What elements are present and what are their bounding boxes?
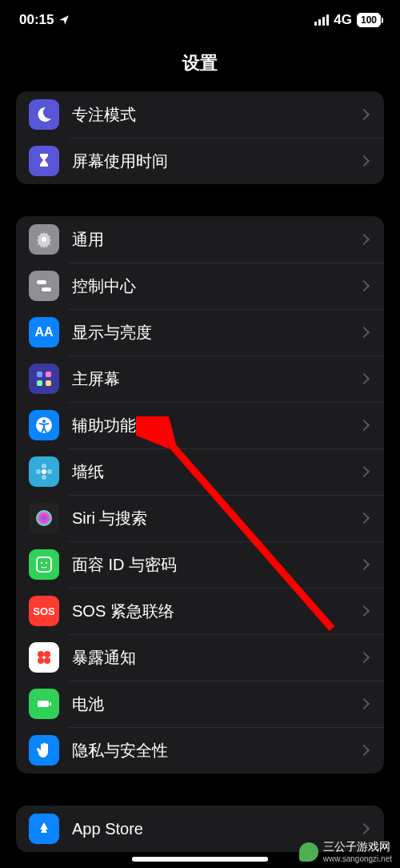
moon-icon bbox=[29, 99, 59, 130]
settings-row-screentime[interactable]: 屏幕使用时间 bbox=[16, 138, 384, 184]
settings-row-focus[interactable]: 专注模式 bbox=[16, 91, 384, 138]
svg-point-8 bbox=[42, 420, 46, 423]
chevron-right-icon bbox=[358, 109, 370, 120]
svg-point-11 bbox=[42, 475, 46, 480]
accessibility-icon bbox=[29, 410, 59, 440]
svg-point-20 bbox=[38, 657, 44, 664]
row-label: 控制中心 bbox=[72, 275, 360, 297]
battery-icon: 100 bbox=[357, 13, 381, 27]
network-label: 4G bbox=[334, 12, 352, 28]
chevron-right-icon bbox=[358, 420, 370, 431]
chevron-right-icon bbox=[358, 559, 370, 570]
aa-icon: AA bbox=[29, 317, 59, 348]
row-label: Siri 与搜索 bbox=[72, 508, 360, 529]
row-label: 专注模式 bbox=[72, 104, 360, 126]
status-bar: 00:15 4G 100 bbox=[0, 0, 400, 40]
svg-point-16 bbox=[41, 562, 42, 564]
row-label: SOS 紧急联络 bbox=[72, 601, 360, 622]
chevron-right-icon bbox=[358, 234, 370, 245]
page-title: 设置 bbox=[0, 40, 400, 91]
status-left: 00:15 bbox=[19, 12, 70, 28]
chevron-right-icon bbox=[358, 280, 370, 291]
chevron-right-icon bbox=[358, 698, 370, 709]
watermark: 三公子游戏网 www.sangongzi.net bbox=[299, 840, 392, 863]
row-label: 电池 bbox=[72, 693, 360, 715]
appstore-icon bbox=[29, 814, 59, 844]
settings-row-accessibility[interactable]: 辅助功能 bbox=[16, 402, 384, 448]
settings-row-siri[interactable]: Siri 与搜索 bbox=[16, 495, 384, 541]
settings-row-sos[interactable]: SOSSOS 紧急联络 bbox=[16, 588, 384, 634]
status-right: 4G 100 bbox=[314, 12, 381, 28]
battery-icon bbox=[29, 689, 59, 719]
location-icon bbox=[58, 14, 70, 26]
svg-rect-1 bbox=[37, 280, 46, 284]
svg-rect-2 bbox=[42, 287, 51, 291]
row-label: 隐私与安全性 bbox=[72, 740, 360, 762]
settings-row-display[interactable]: AA显示与亮度 bbox=[16, 309, 384, 356]
home-indicator bbox=[132, 857, 268, 862]
svg-rect-5 bbox=[37, 380, 42, 386]
svg-point-21 bbox=[44, 657, 50, 664]
svg-point-10 bbox=[42, 464, 46, 468]
chevron-right-icon bbox=[358, 512, 370, 524]
row-label: 屏幕使用时间 bbox=[72, 151, 360, 172]
gear-icon bbox=[29, 224, 59, 255]
row-label: 墙纸 bbox=[72, 461, 360, 483]
watermark-icon bbox=[299, 842, 318, 862]
svg-point-9 bbox=[42, 469, 46, 474]
row-label: 通用 bbox=[72, 229, 360, 251]
svg-point-19 bbox=[44, 651, 50, 657]
chevron-right-icon bbox=[358, 466, 370, 477]
watermark-text: 三公子游戏网 bbox=[323, 840, 390, 853]
chevron-right-icon bbox=[358, 823, 370, 834]
row-label: 主屏幕 bbox=[72, 368, 360, 390]
svg-point-18 bbox=[38, 651, 44, 657]
chevron-right-icon bbox=[358, 605, 370, 617]
chevron-right-icon bbox=[358, 745, 370, 756]
toggles-icon bbox=[29, 271, 59, 301]
status-time: 00:15 bbox=[19, 12, 54, 28]
row-label: 面容 ID 与密码 bbox=[72, 554, 360, 576]
settings-row-control-center[interactable]: 控制中心 bbox=[16, 263, 384, 309]
chevron-right-icon bbox=[358, 373, 370, 384]
chevron-right-icon bbox=[358, 155, 370, 167]
settings-list: 专注模式屏幕使用时间通用控制中心AA显示与亮度主屏幕辅助功能墙纸Siri 与搜索… bbox=[0, 91, 400, 852]
row-label: 显示与亮度 bbox=[72, 322, 360, 344]
settings-row-home-screen[interactable]: 主屏幕 bbox=[16, 356, 384, 402]
faceid-icon bbox=[29, 549, 59, 580]
svg-point-13 bbox=[47, 469, 52, 474]
svg-rect-4 bbox=[46, 372, 51, 377]
svg-rect-3 bbox=[37, 372, 42, 377]
sos-icon: SOS bbox=[29, 596, 59, 626]
chevron-right-icon bbox=[358, 327, 370, 338]
svg-rect-22 bbox=[38, 701, 49, 707]
svg-point-12 bbox=[36, 469, 41, 474]
settings-row-exposure[interactable]: 暴露通知 bbox=[16, 634, 384, 681]
exposure-icon bbox=[29, 642, 59, 673]
row-label: 辅助功能 bbox=[72, 415, 360, 436]
settings-row-general[interactable]: 通用 bbox=[16, 216, 384, 263]
hand-icon bbox=[29, 735, 59, 766]
svg-rect-15 bbox=[37, 557, 51, 572]
settings-row-faceid[interactable]: 面容 ID 与密码 bbox=[16, 541, 384, 588]
settings-group: 通用控制中心AA显示与亮度主屏幕辅助功能墙纸Siri 与搜索面容 ID 与密码S… bbox=[16, 216, 384, 774]
siri-icon bbox=[29, 503, 59, 533]
settings-row-privacy[interactable]: 隐私与安全性 bbox=[16, 727, 384, 774]
watermark-url: www.sangongzi.net bbox=[323, 854, 392, 863]
row-label: App Store bbox=[72, 820, 360, 838]
svg-rect-6 bbox=[46, 380, 51, 386]
svg-point-14 bbox=[36, 510, 52, 526]
flower-icon bbox=[29, 456, 59, 487]
chevron-right-icon bbox=[358, 652, 370, 663]
settings-group: 专注模式屏幕使用时间 bbox=[16, 91, 384, 184]
svg-rect-23 bbox=[50, 702, 51, 705]
signal-icon bbox=[314, 14, 329, 26]
grid-icon bbox=[29, 364, 59, 394]
row-label: 暴露通知 bbox=[72, 647, 360, 669]
settings-row-battery[interactable]: 电池 bbox=[16, 681, 384, 727]
settings-row-wallpaper[interactable]: 墙纸 bbox=[16, 448, 384, 495]
svg-point-17 bbox=[46, 562, 47, 564]
hourglass-icon bbox=[29, 146, 59, 176]
